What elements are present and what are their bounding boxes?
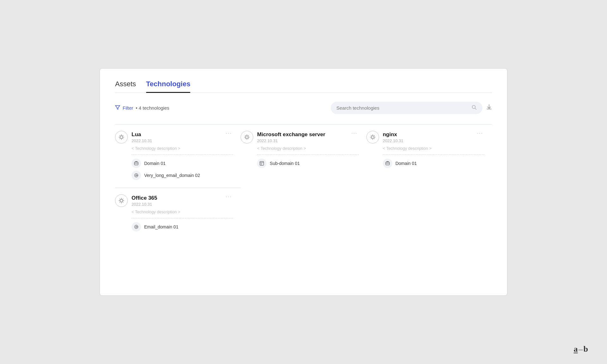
asset-label: Sub-domain 01 [270, 161, 300, 166]
tech-icon [115, 131, 128, 143]
tech-icon [115, 194, 128, 207]
watermark-a: a [574, 344, 578, 354]
tech-divider [132, 218, 233, 218]
tech-assets: Domain 01 [383, 159, 484, 168]
tabs-bar: Assets Technologies [115, 80, 492, 93]
watermark-b: b [584, 344, 588, 354]
main-card: Assets Technologies Filter • 4 technolog… [100, 68, 507, 296]
tech-header-left: nginx 2022.10.31 [366, 131, 403, 143]
asset-label: Domain 01 [144, 161, 166, 166]
tech-date: 2022.10.31 [257, 138, 325, 143]
asset-item: Domain 01 [132, 159, 233, 168]
tech-description: < Technology description > [257, 146, 359, 151]
tech-card-office-365: Office 365 2022.10.31 ··· < Technology d… [115, 188, 241, 239]
tech-name: Office 365 [132, 195, 157, 201]
asset-item: Domain 01 [383, 159, 484, 168]
tech-info: Microsoft exchange server 2022.10.31 [257, 131, 325, 143]
tech-header: nginx 2022.10.31 ··· [366, 131, 484, 143]
svg-point-6 [246, 136, 248, 138]
tech-header: Office 365 2022.10.31 ··· [115, 194, 233, 207]
tech-divider [257, 155, 359, 155]
tech-header-left: Office 365 2022.10.31 [115, 194, 157, 207]
tech-description: < Technology description > [132, 209, 233, 214]
domain-icon [383, 159, 392, 168]
tech-assets: Sub-domain 01 [257, 159, 359, 168]
tech-divider [383, 155, 484, 155]
svg-rect-7 [260, 161, 264, 165]
tech-description: < Technology description > [132, 146, 233, 151]
tab-assets[interactable]: Assets [115, 80, 136, 93]
more-options-button[interactable]: ··· [224, 194, 233, 199]
more-options-button[interactable]: ··· [476, 131, 484, 136]
tech-card-lua: Lua 2022.10.31 ··· < Technology descript… [115, 124, 241, 188]
tech-assets: Domain 01 Very_long_email_domain 02 [132, 159, 233, 180]
asset-label: Very_long_email_domain 02 [144, 173, 200, 178]
tech-date: 2022.10.31 [132, 202, 157, 207]
svg-point-12 [120, 199, 123, 202]
tech-header: Microsoft exchange server 2022.10.31 ··· [241, 131, 359, 143]
subdomain-icon [257, 159, 267, 168]
filter-label: Filter [123, 105, 133, 111]
tech-divider [132, 155, 233, 155]
filter-button[interactable]: Filter • 4 technologies [115, 105, 169, 111]
tech-header: Lua 2022.10.31 ··· [115, 131, 233, 143]
tech-icon [241, 131, 253, 143]
search-area [331, 102, 492, 114]
email-icon [132, 222, 141, 232]
filter-count: • 4 technologies [136, 105, 169, 111]
asset-label: Domain 01 [395, 161, 417, 166]
tab-technologies[interactable]: Technologies [146, 80, 190, 93]
svg-point-2 [120, 136, 123, 138]
tech-card-microsoft-exchange-server: Microsoft exchange server 2022.10.31 ···… [241, 124, 366, 188]
svg-line-1 [475, 108, 476, 110]
tech-info: nginx 2022.10.31 [383, 131, 403, 143]
tech-name: nginx [383, 131, 403, 138]
tech-name: Microsoft exchange server [257, 131, 325, 138]
tech-header-left: Lua 2022.10.31 [115, 131, 152, 143]
email-icon [132, 171, 141, 180]
search-box [331, 102, 482, 114]
asset-label: Email_domain 01 [144, 224, 178, 229]
watermark: a—b [574, 344, 588, 354]
tech-info: Lua 2022.10.31 [132, 131, 152, 143]
search-icon-button[interactable] [472, 105, 477, 111]
asset-item: Very_long_email_domain 02 [132, 171, 233, 180]
svg-point-10 [371, 136, 374, 138]
tech-name: Lua [132, 131, 152, 138]
more-options-button[interactable]: ··· [350, 131, 359, 136]
tech-header-left: Microsoft exchange server 2022.10.31 [241, 131, 325, 143]
tech-grid: Lua 2022.10.31 ··· < Technology descript… [115, 124, 492, 239]
search-input[interactable] [336, 105, 469, 111]
tech-icon [366, 131, 379, 143]
tech-date: 2022.10.31 [383, 138, 403, 143]
asset-item: Email_domain 01 [132, 222, 233, 232]
download-button[interactable] [486, 104, 492, 112]
domain-icon [132, 159, 141, 168]
toolbar: Filter • 4 technologies [115, 102, 492, 114]
watermark-dash: — [579, 347, 583, 352]
tech-description: < Technology description > [383, 146, 484, 151]
asset-item: Sub-domain 01 [257, 159, 359, 168]
tech-card-nginx: nginx 2022.10.31 ··· < Technology descri… [366, 124, 492, 188]
tech-info: Office 365 2022.10.31 [132, 195, 157, 207]
filter-icon [115, 105, 120, 111]
more-options-button[interactable]: ··· [224, 131, 233, 136]
tech-date: 2022.10.31 [132, 138, 152, 143]
tech-assets: Email_domain 01 [132, 222, 233, 232]
